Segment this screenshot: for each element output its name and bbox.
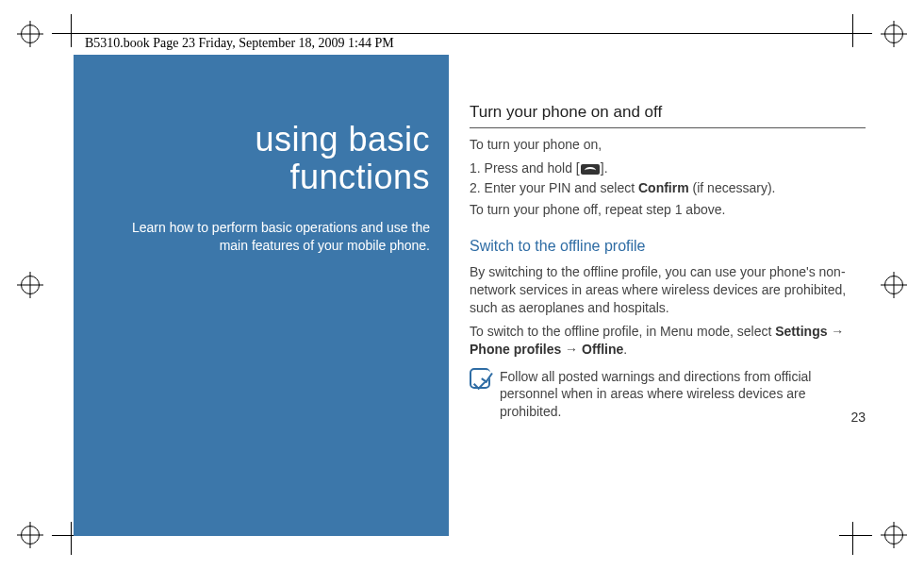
page-content: using basic functions Learn how to perfo… — [74, 55, 869, 531]
page-number: 23 — [850, 409, 866, 427]
menu-offline: Offline — [582, 342, 623, 357]
chapter-intro-panel: using basic functions Learn how to perfo… — [74, 55, 449, 536]
registration-mark — [21, 526, 40, 544]
chapter-subtitle-line2: main features of your mobile phone. — [220, 238, 430, 253]
note-text: Follow all posted warnings and direction… — [500, 368, 866, 422]
registration-mark — [884, 25, 903, 43]
step-1-suffix: ]. — [601, 160, 608, 176]
chapter-subtitle-line1: Learn how to perform basic operations an… — [132, 220, 430, 235]
heading-rule — [470, 127, 866, 128]
header-rule — [74, 33, 850, 34]
step-2-suffix: (if necessary). — [689, 180, 776, 195]
registration-mark — [884, 526, 903, 544]
section1-outro: To turn your phone off, repeat step 1 ab… — [470, 201, 866, 219]
registration-mark — [21, 25, 40, 43]
note-box: Follow all posted warnings and direction… — [470, 368, 866, 422]
step-1: 1. Press and hold []. — [470, 159, 866, 177]
arrow-2: → — [561, 342, 582, 357]
chapter-title-line1: using basic — [255, 120, 430, 159]
offline-p1: By switching to the offline profile, you… — [470, 263, 866, 317]
arrow-1: → — [827, 324, 844, 339]
step-2-bold: Confirm — [638, 180, 689, 195]
menu-settings: Settings — [775, 324, 827, 339]
body-column: Turn your phone on and off To turn your … — [470, 102, 866, 421]
registration-mark — [884, 276, 903, 294]
step-2-prefix: 2. Enter your PIN and select — [470, 180, 638, 195]
chapter-subtitle: Learn how to perform basic operations an… — [92, 219, 430, 255]
chapter-title-line2: functions — [289, 158, 430, 196]
step-1-prefix: 1. Press and hold [ — [470, 160, 580, 176]
chapter-title: using basic functions — [92, 121, 430, 195]
intro-text: To turn your phone on, — [470, 136, 866, 154]
offline-p2: To switch to the offline profile, in Men… — [470, 323, 866, 359]
section-heading-power: Turn your phone on and off — [470, 102, 866, 124]
section-heading-offline: Switch to the offline profile — [470, 236, 866, 257]
registration-mark — [21, 276, 40, 294]
running-head: B5310.book Page 23 Friday, September 18,… — [85, 36, 394, 51]
menu-phone-profiles: Phone profiles — [470, 342, 561, 357]
end-call-key-icon — [581, 164, 600, 175]
step-2: 2. Enter your PIN and select Confirm (if… — [470, 179, 866, 197]
offline-p2-suffix: . — [623, 342, 627, 357]
note-icon — [470, 368, 490, 389]
offline-p2-prefix: To switch to the offline profile, in Men… — [470, 324, 775, 339]
